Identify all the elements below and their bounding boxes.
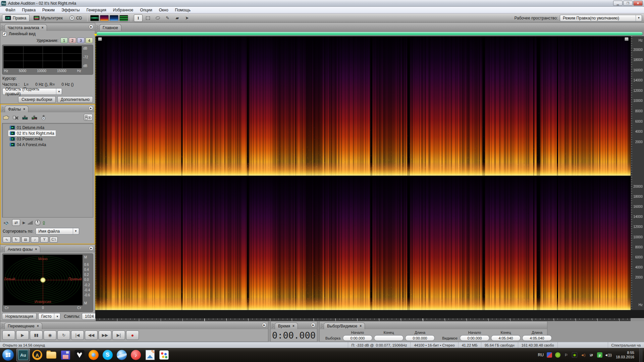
time-field[interactable]: 0:00.000 (460, 335, 489, 341)
taskbar-google-earth[interactable] (115, 349, 128, 361)
auto-play-icon[interactable]: ◂🔊 (3, 221, 10, 225)
panel-grip[interactable] (1, 25, 4, 30)
file-item[interactable]: 03 Power.m4a (8, 136, 44, 142)
tab-time[interactable]: Время × (275, 322, 298, 329)
start-button[interactable] (2, 349, 14, 361)
panel-grip[interactable] (321, 323, 323, 328)
time-field[interactable]: 4:05.040 (491, 335, 521, 341)
insert-cd-icon[interactable] (40, 115, 47, 120)
title-bar[interactable]: Au Adobe Audition - 02 It's Not Right.m4… (0, 0, 644, 7)
panel-menu-button[interactable]: ▶ (89, 24, 94, 29)
file-item[interactable]: 04 A Forest.m4a (8, 142, 47, 147)
taskbar-itunes[interactable]: ♪ (129, 349, 143, 361)
frequency-graph[interactable]: dB-72dB Hz50001000015000Hz (2, 45, 93, 75)
tab-frequency-analysis[interactable]: Частота анализа × (4, 24, 47, 31)
frequency-ruler[interactable]: Hz20000180001600014000120001000080006000… (631, 36, 644, 310)
effects-paintbrush-tool[interactable]: ✎ (163, 14, 172, 22)
utorrent-icon[interactable]: μ (597, 352, 602, 358)
panel-grip[interactable] (96, 25, 99, 30)
rewind-button[interactable]: ◀◀ (85, 330, 98, 340)
close-button[interactable]: ✕ (633, 1, 643, 6)
phase-scope[interactable]: Моно Левый Правый Инверсия (3, 255, 83, 305)
taskbar-windows-explorer[interactable] (45, 349, 58, 361)
stop-button[interactable]: ■ (2, 330, 15, 340)
show-options-icon[interactable] (84, 114, 93, 121)
close-icon[interactable]: × (23, 107, 25, 111)
lasso-selection-tool[interactable] (153, 14, 162, 22)
taskbar-adobe-audition[interactable]: Au (16, 349, 30, 361)
file-item[interactable]: 01 Detune.m4a (8, 125, 46, 130)
preview-play-button[interactable]: ▶ (22, 221, 25, 225)
taskbar-save-utility[interactable] (59, 349, 72, 361)
show-loops-icon[interactable]: ↻ (12, 237, 20, 243)
histogram-dropdown[interactable]: Гисто ▼ (38, 313, 61, 320)
record-button[interactable]: ● (126, 330, 139, 340)
audio-manager-icon[interactable]: ◄) (580, 352, 586, 358)
panel-grip[interactable] (272, 323, 274, 328)
hold-button-2[interactable]: 2 (69, 38, 76, 43)
go-to-end-button[interactable]: ▶| (112, 330, 125, 340)
nvidia-icon[interactable]: ◉ (572, 352, 577, 358)
frequency-graph-plot[interactable] (3, 46, 82, 68)
open-file-icon[interactable] (3, 115, 9, 120)
antivirus-icon[interactable] (555, 352, 560, 358)
filter-preview-icon[interactable]: Y (40, 237, 48, 243)
close-icon[interactable]: × (35, 247, 37, 251)
linear-view-checkbox[interactable]: ✓ (2, 32, 7, 36)
volume-knob[interactable] (35, 220, 41, 226)
minimize-button[interactable]: ▁ (613, 1, 623, 6)
time-field[interactable]: 4:05.040 (522, 335, 552, 341)
volume-icon[interactable]: ◄))) (605, 352, 611, 358)
sort-dropdown[interactable]: Имя файла ▼ (36, 228, 79, 235)
panel-menu-button[interactable]: ▶ (262, 323, 267, 327)
sync-app-icon[interactable] (547, 352, 552, 358)
time-field[interactable] (374, 335, 404, 341)
show-audio-icon[interactable]: ∿ (3, 237, 11, 243)
tab-transport[interactable]: Перемещение × (4, 322, 42, 329)
spectral-phase-view-button[interactable] (119, 15, 128, 21)
spectrogram-left-channel[interactable] (95, 36, 631, 176)
multitrack-mode-button[interactable]: Мультитрек (31, 14, 65, 22)
normalize-button[interactable]: Нормализация (2, 313, 37, 320)
panel-grip[interactable] (1, 247, 4, 251)
pause-button[interactable]: ▮▮ (30, 330, 43, 340)
range-dropdown[interactable]: Область (Поднять правый) ▼ (2, 88, 62, 95)
edit-mode-button[interactable]: Правка (2, 14, 30, 22)
cd-mode-button[interactable]: CD (67, 14, 85, 22)
taskbar-foobar2000[interactable] (73, 349, 86, 361)
panel-menu-button[interactable]: ▶ (89, 106, 93, 111)
full-path-icon[interactable]: C:\ (50, 237, 58, 243)
time-field[interactable]: 0:00.000 (343, 335, 372, 341)
marquee-selection-tool[interactable] (144, 14, 152, 22)
menu-item-7[interactable]: Окно (156, 7, 172, 13)
menu-item-6[interactable]: Опции (137, 7, 156, 13)
language-indicator[interactable]: RU (538, 353, 544, 357)
hold-button-4[interactable]: 4 (86, 38, 93, 43)
scrub-tool[interactable]: ➤ (182, 14, 191, 22)
zoom-range-bar[interactable] (96, 32, 643, 36)
network-icon[interactable]: 🖳 (589, 352, 594, 358)
workspace-dropdown[interactable]: Режим Правка(по умолчанию) ▼ (560, 15, 642, 21)
close-file-icon[interactable] (12, 115, 19, 120)
panel-grip[interactable] (2, 107, 4, 111)
close-icon[interactable]: × (37, 324, 39, 328)
taskbar-image-editor[interactable] (143, 349, 157, 361)
tab-phase-analysis[interactable]: Анализ фазы × (4, 246, 40, 252)
play-button[interactable]: ▶ (16, 330, 29, 340)
go-to-start-button[interactable]: |◀ (71, 330, 84, 340)
spectral-pan-view-button[interactable] (110, 15, 118, 21)
panel-menu-button[interactable]: ▶ (89, 246, 94, 251)
spectral-display[interactable]: Hz20000180001600014000120001000080006000… (95, 36, 644, 318)
playhead-line[interactable] (96, 36, 96, 310)
insert-multitrack-icon[interactable] (31, 115, 38, 120)
menu-item-0[interactable]: Файл (2, 7, 19, 13)
taskbar-firefox[interactable] (87, 349, 100, 361)
close-icon[interactable]: × (292, 324, 294, 328)
fast-forward-button[interactable]: ▶▶ (99, 330, 111, 340)
tab-selection-view[interactable]: Выбор/Видимое × (324, 322, 365, 329)
loop-playback-button[interactable]: ⇄ (12, 219, 20, 226)
panel-menu-button[interactable]: ▶ (311, 323, 316, 327)
pane-corner-icon-left[interactable] (98, 37, 102, 41)
close-icon[interactable]: × (42, 26, 44, 29)
scan-selection-button[interactable]: Сканер выборки (18, 96, 55, 103)
